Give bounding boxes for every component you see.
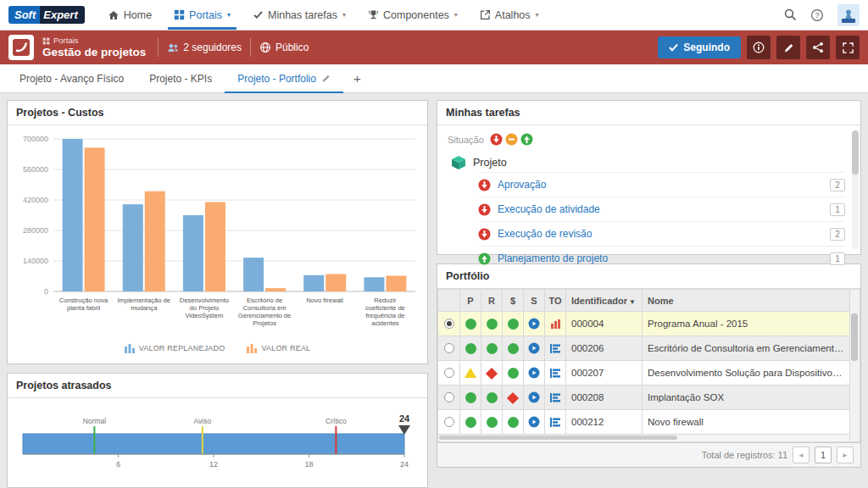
- tab-projeto-avanco-fisico[interactable]: Projeto - Avanço Físico: [7, 64, 136, 92]
- table-row[interactable]: 000004Programa Anual - 2015: [438, 312, 850, 336]
- gantt-blue-icon: [550, 367, 561, 377]
- card-title: Minhas tarefas: [437, 101, 860, 125]
- breadcrumb: Portais: [42, 36, 146, 46]
- nav-item-portais[interactable]: Portais▾: [163, 0, 242, 30]
- svg-text:Reduzir: Reduzir: [374, 297, 397, 304]
- portal-header-actions: Seguindo: [658, 36, 860, 59]
- row-radio[interactable]: [444, 319, 454, 329]
- table-row[interactable]: 000206Escritório de Consultoria em Geren…: [438, 336, 850, 361]
- page-title: Gestão de projetos: [42, 46, 146, 59]
- task-item[interactable]: Aprovação2: [478, 172, 845, 197]
- green-circle-icon: [508, 318, 519, 328]
- svg-text:Crítico: Crítico: [326, 417, 347, 425]
- column-header-to[interactable]: TO: [545, 290, 566, 312]
- nav-item-atalhos[interactable]: Atalhos▾: [469, 0, 550, 30]
- svg-text:Aviso: Aviso: [194, 417, 212, 425]
- visibility-public[interactable]: Público: [259, 42, 309, 53]
- status-late-icon: [490, 133, 503, 146]
- share-button[interactable]: [806, 36, 830, 59]
- task-link[interactable]: Aprovação: [498, 179, 823, 191]
- status-late-icon: [478, 179, 491, 191]
- task-link[interactable]: Planejamento de projeto: [498, 252, 823, 264]
- scrollbar-thumb[interactable]: [852, 130, 859, 175]
- left-column: Projetos - Custos 0140000280000420000560…: [7, 100, 428, 481]
- play-icon: [528, 416, 540, 426]
- table-vertical-scrollbar[interactable]: [850, 289, 860, 442]
- green-circle-icon: [487, 318, 498, 328]
- svg-text:acidentes: acidentes: [371, 319, 399, 327]
- svg-text:140000: 140000: [23, 257, 48, 265]
- column-header-nome[interactable]: Nome: [643, 290, 850, 312]
- user-avatar[interactable]: [837, 4, 860, 26]
- gantt-blue-icon: [550, 391, 561, 402]
- delayed-gauge-chart: NormalAvisoCrítico612182424: [16, 402, 419, 485]
- scrollbar-thumb[interactable]: [439, 435, 677, 440]
- task-item[interactable]: Execução de atividade1: [478, 197, 845, 221]
- row-identifier: 000004: [566, 312, 643, 336]
- help-icon[interactable]: ?: [810, 8, 824, 22]
- softexpert-logo[interactable]: Soft Expert: [8, 0, 85, 30]
- edit-button[interactable]: [776, 36, 800, 59]
- column-header-r[interactable]: R: [481, 290, 503, 312]
- fullscreen-button[interactable]: [836, 36, 860, 59]
- task-link[interactable]: Execução de revisão: [498, 228, 823, 240]
- svg-text:700000: 700000: [23, 135, 48, 143]
- nav-item-home[interactable]: Home: [97, 0, 163, 30]
- tasks-scrollbar[interactable]: [852, 130, 859, 249]
- column-header-select: [438, 290, 460, 312]
- column-header-identificador[interactable]: Identificador▼: [566, 290, 643, 312]
- green-circle-icon: [465, 318, 476, 328]
- red-diamond-icon: [509, 392, 517, 402]
- task-link[interactable]: Execução de atividade: [498, 203, 823, 215]
- current-page[interactable]: 1: [815, 446, 832, 463]
- chevron-down-icon: ▾: [536, 11, 539, 19]
- column-header-col[interactable]: $: [503, 290, 524, 312]
- search-icon[interactable]: [784, 8, 797, 21]
- yellow-triangle-icon: [465, 368, 476, 378]
- row-radio[interactable]: [444, 368, 454, 378]
- tab-projeto-portfolio[interactable]: Projeto - Portfolio: [225, 64, 343, 92]
- following-button[interactable]: Seguindo: [658, 36, 741, 58]
- table-row[interactable]: 000212Novo firewall: [438, 410, 850, 435]
- info-button[interactable]: [747, 36, 771, 59]
- green-circle-icon: [465, 342, 476, 352]
- previous-page-button[interactable]: ◄: [793, 446, 810, 463]
- scrollbar-thumb[interactable]: [851, 313, 858, 361]
- costs-chart-card: Projetos - Custos 0140000280000420000560…: [7, 100, 428, 364]
- task-item[interactable]: Planejamento de projeto1: [478, 246, 845, 270]
- project-cube-icon: [451, 155, 466, 170]
- pencil-icon: [321, 74, 331, 83]
- green-circle-icon: [487, 416, 498, 426]
- next-page-button[interactable]: ►: [837, 446, 854, 463]
- add-tab-button[interactable]: +: [343, 64, 371, 92]
- portals-grid-icon: [174, 9, 185, 20]
- softexpert-app: Soft Expert HomePortais▾Minhas tarefas▾C…: [0, 0, 868, 488]
- green-circle-icon: [508, 367, 519, 377]
- followers-icon: [167, 42, 179, 53]
- svg-text:frequência de: frequência de: [365, 312, 404, 319]
- green-circle-icon: [508, 416, 519, 426]
- card-title: Projetos atrasados: [8, 374, 427, 398]
- followers-link[interactable]: 2 seguidores: [167, 42, 242, 53]
- task-group-project[interactable]: Projeto: [451, 155, 845, 170]
- task-item[interactable]: Execução de revisão2: [478, 221, 845, 246]
- tab-projeto-kpis[interactable]: Projeto - KPIs: [136, 64, 225, 92]
- table-horizontal-scrollbar[interactable]: [437, 435, 850, 442]
- green-circle-icon: [487, 391, 498, 402]
- row-radio[interactable]: [444, 343, 454, 353]
- row-name: Programa Anual - 2015: [643, 312, 850, 336]
- table-row[interactable]: 000207Desenvolvimento Solução para Dispo…: [438, 361, 850, 385]
- row-radio[interactable]: [444, 392, 454, 402]
- column-header-p[interactable]: P: [460, 290, 481, 312]
- row-radio[interactable]: [444, 417, 454, 427]
- chevron-down-icon: ▾: [342, 11, 346, 19]
- table-row[interactable]: 000208Implantação SOX: [438, 385, 850, 410]
- green-circle-icon: [487, 342, 498, 352]
- chevron-down-icon: ▾: [227, 11, 231, 19]
- nav-item-componentes[interactable]: Componentes▾: [357, 0, 469, 30]
- nav-item-minhas-tarefas[interactable]: Minhas tarefas▾: [242, 0, 357, 30]
- portfolio-table-body: 000004Programa Anual - 2015000206Escritó…: [438, 312, 850, 435]
- play-icon: [528, 342, 540, 352]
- gantt-blue-icon: [550, 342, 561, 352]
- column-header-s[interactable]: S: [524, 290, 545, 312]
